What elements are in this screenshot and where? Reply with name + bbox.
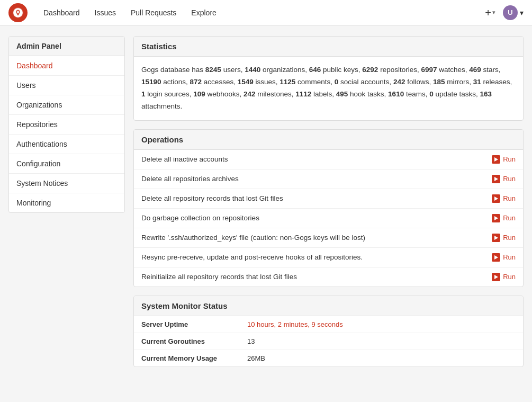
monitor-row-memory: Current Memory Usage 26MB	[134, 350, 523, 367]
nav-dashboard[interactable]: Dashboard	[36, 0, 87, 25]
main-nav: Dashboard Issues Pull Requests Explore	[36, 0, 482, 25]
operation-label: Rewrite '.ssh/authorized_keys' file (cau…	[141, 234, 365, 242]
nav-issues[interactable]: Issues	[87, 0, 123, 25]
run-button-3[interactable]: Run	[492, 214, 516, 222]
run-button-0[interactable]: Run	[492, 155, 516, 164]
operation-row: Do garbage collection on repositories Ru…	[134, 209, 523, 228]
operation-row: Resync pre-receive, update and post-rece…	[134, 248, 523, 267]
goroutines-label: Current Goroutines	[141, 337, 247, 345]
run-icon	[492, 253, 500, 262]
sidebar-item-authentications[interactable]: Authentications	[9, 135, 124, 154]
run-button-4[interactable]: Run	[492, 234, 516, 242]
svg-marker-4	[494, 216, 498, 220]
avatar: U	[503, 5, 518, 20]
svg-marker-2	[494, 177, 498, 181]
svg-marker-5	[494, 236, 498, 240]
run-button-5[interactable]: Run	[492, 253, 516, 262]
operations-card: Operations Delete all inactive accounts …	[133, 129, 524, 287]
sidebar-item-configuration[interactable]: Configuration	[9, 154, 124, 174]
system-monitor-title: System Monitor Status	[134, 296, 523, 316]
svg-marker-7	[494, 275, 498, 279]
svg-marker-1	[494, 157, 498, 162]
operation-label: Resync pre-receive, update and post-rece…	[141, 253, 363, 261]
statistics-body: Gogs database has 8245 users, 1440 organ…	[134, 57, 523, 120]
run-icon	[492, 214, 500, 222]
run-icon	[492, 194, 500, 203]
header-right: + ▾ U ▾	[482, 5, 524, 20]
statistics-text: Gogs database has 8245 users, 1440 organ…	[141, 64, 516, 113]
sidebar-item-users[interactable]: Users	[9, 76, 124, 95]
operation-label: Delete all repository records that lost …	[141, 194, 283, 202]
operation-label: Delete all inactive accounts	[141, 155, 228, 163]
uptime-label: Server Uptime	[141, 320, 247, 328]
operation-row: Reinitialize all repository records that…	[134, 267, 523, 287]
sidebar-item-dashboard[interactable]: Dashboard	[9, 56, 124, 76]
main-content: Statistics Gogs database has 8245 users,…	[133, 36, 524, 367]
memory-label: Current Memory Usage	[141, 354, 247, 362]
user-menu-button[interactable]: U ▾	[503, 5, 524, 20]
page-container: Admin Panel Dashboard Users Organization…	[0, 25, 532, 378]
sidebar-item-system-notices[interactable]: System Notices	[9, 174, 124, 193]
uptime-value: 10 hours, 2 minutes, 9 seconds	[247, 320, 343, 328]
operation-row: Delete all inactive accounts Run	[134, 150, 523, 169]
operation-row: Delete all repositories archives Run	[134, 169, 523, 189]
operations-list: Delete all inactive accounts Run Delete …	[134, 150, 523, 287]
run-icon	[492, 234, 500, 242]
logo[interactable]	[8, 3, 28, 22]
operation-label: Delete all repositories archives	[141, 175, 239, 183]
sidebar-item-organizations[interactable]: Organizations	[9, 95, 124, 115]
run-button-1[interactable]: Run	[492, 175, 516, 183]
sidebar-item-repositories[interactable]: Repositories	[9, 115, 124, 135]
nav-pull-requests[interactable]: Pull Requests	[123, 0, 184, 25]
operation-label: Do garbage collection on repositories	[141, 214, 259, 222]
statistics-title: Statistics	[134, 37, 523, 57]
run-button-2[interactable]: Run	[492, 194, 516, 203]
svg-marker-3	[494, 196, 498, 201]
sidebar: Admin Panel Dashboard Users Organization…	[8, 36, 125, 213]
memory-value: 26MB	[247, 354, 265, 362]
run-icon	[492, 273, 500, 281]
operations-title: Operations	[134, 130, 523, 150]
operation-row: Rewrite '.ssh/authorized_keys' file (cau…	[134, 228, 523, 248]
run-icon	[492, 175, 500, 183]
run-button-6[interactable]: Run	[492, 273, 516, 281]
goroutines-value: 13	[247, 337, 255, 345]
header: Dashboard Issues Pull Requests Explore +…	[0, 0, 532, 25]
monitor-row-uptime: Server Uptime 10 hours, 2 minutes, 9 sec…	[134, 316, 523, 333]
svg-marker-6	[494, 255, 498, 260]
create-button[interactable]: + ▾	[482, 5, 499, 20]
run-icon	[492, 155, 500, 164]
operation-label: Reinitialize all repository records that…	[141, 273, 297, 281]
monitor-row-goroutines: Current Goroutines 13	[134, 333, 523, 350]
operation-row: Delete all repository records that lost …	[134, 189, 523, 209]
sidebar-title: Admin Panel	[9, 37, 124, 56]
nav-explore[interactable]: Explore	[184, 0, 223, 25]
sidebar-item-monitoring[interactable]: Monitoring	[9, 193, 124, 212]
system-monitor-card: System Monitor Status Server Uptime 10 h…	[133, 296, 524, 367]
statistics-card: Statistics Gogs database has 8245 users,…	[133, 36, 524, 121]
